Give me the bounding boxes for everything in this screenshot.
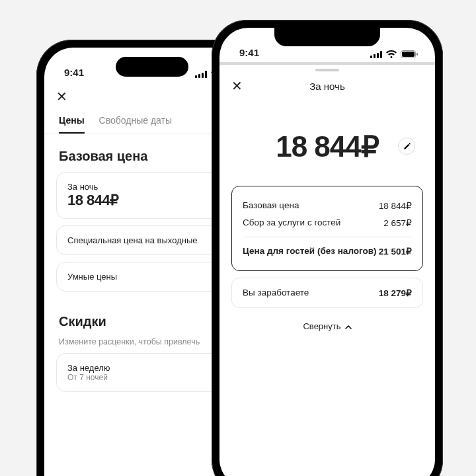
price-breakdown: Базовая цена 18 844₽ Сбор за услуги с го… <box>231 186 423 271</box>
close-icon[interactable]: ✕ <box>56 90 67 103</box>
earnings-value: 18 279₽ <box>379 288 412 298</box>
earnings-label: Вы заработаете <box>243 288 309 298</box>
notch-icon <box>116 57 188 77</box>
phone-right: 9:41 ✕ За ночь 18 844₽ Ба <box>212 20 443 476</box>
cellular-icon <box>370 51 382 58</box>
sheet-header: ✕ За ночь <box>219 71 435 100</box>
svg-rect-1 <box>198 74 200 78</box>
svg-rect-0 <box>195 75 197 78</box>
row-value: 21 501₽ <box>379 246 412 257</box>
pencil-icon <box>403 143 411 150</box>
collapse-button[interactable]: Свернуть <box>219 308 435 344</box>
svg-rect-12 <box>402 52 415 57</box>
hero-price: 18 844₽ <box>219 100 435 173</box>
row-guest-total: Цена для гостей (без налогов) 21 501₽ <box>243 243 412 260</box>
row-value: 2 657₽ <box>383 218 412 228</box>
svg-rect-3 <box>205 71 207 78</box>
svg-rect-2 <box>202 73 204 78</box>
row-label: Сбор за услуги с гостей <box>243 218 340 228</box>
row-value: 18 844₽ <box>379 200 412 211</box>
status-icons <box>370 50 418 58</box>
tab-prices[interactable]: Цены <box>59 115 85 134</box>
row-base-price: Базовая цена 18 844₽ <box>243 197 412 214</box>
hero-price-value: 18 844₽ <box>276 130 379 163</box>
svg-rect-9 <box>377 53 379 58</box>
battery-icon <box>401 50 418 58</box>
bottom-sheet: ✕ За ночь 18 844₽ Базовая цена 18 844₽ С… <box>219 69 435 476</box>
notch-icon <box>274 28 380 46</box>
cellular-icon <box>195 71 207 78</box>
svg-rect-7 <box>370 56 372 58</box>
svg-rect-8 <box>374 54 376 58</box>
svg-rect-13 <box>416 53 418 56</box>
row-service-fee: Сбор за услуги с гостей 2 657₽ <box>243 214 412 231</box>
divider <box>243 237 412 237</box>
wifi-icon <box>386 50 397 58</box>
collapse-label: Свернуть <box>303 321 340 331</box>
earnings-box: Вы заработаете 18 279₽ <box>231 278 423 308</box>
row-label: Базовая цена <box>243 200 299 211</box>
sheet-backdrop <box>219 62 435 65</box>
status-time: 9:41 <box>239 47 259 58</box>
chevron-up-icon <box>345 321 352 331</box>
row-label: Цена для гостей (без налогов) <box>243 246 377 257</box>
sheet-title: За ночь <box>309 81 345 92</box>
status-time: 9:41 <box>64 67 84 78</box>
close-icon[interactable]: ✕ <box>231 79 243 93</box>
tab-dates[interactable]: Свободные даты <box>99 115 172 134</box>
screen-right: 9:41 ✕ За ночь 18 844₽ Ба <box>219 28 435 476</box>
edit-button[interactable] <box>398 138 415 155</box>
svg-rect-10 <box>380 51 382 58</box>
